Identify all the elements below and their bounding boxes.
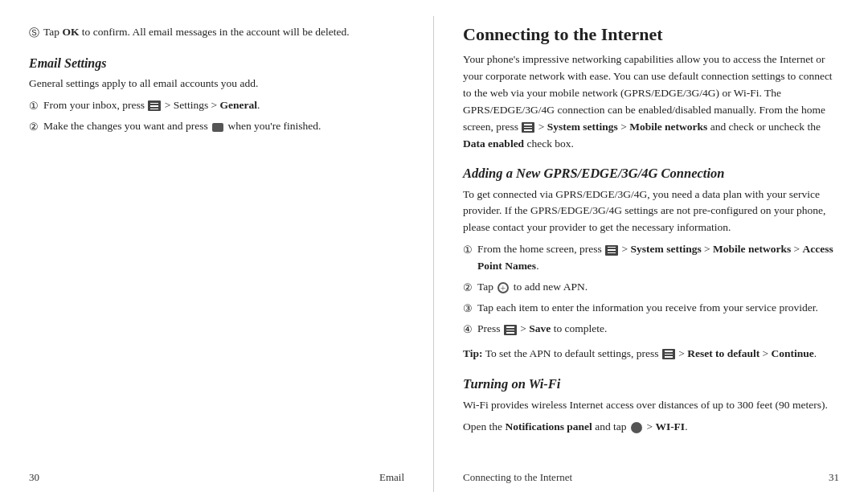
left-footer-section: Email [379,471,404,484]
intro-bullet: Ⓢ Tap OK to confirm. All email messages … [29,24,404,41]
sub-step1-number: ① [463,241,477,258]
right-page-number: 31 [829,471,839,484]
wifi-desc: Wi-Fi provides wireless Internet access … [463,397,839,414]
left-page-number: 30 [29,471,39,484]
wifi-icon [631,422,642,433]
step1-number: ① [29,97,43,114]
step1-content: From your inbox, press > Settings > Gene… [43,97,404,114]
back-icon [212,123,223,132]
menu-icon-4 [504,325,517,335]
wifi-heading: Turning on Wi-Fi [463,376,839,392]
sub-step4-content: Press > Save to complete. [477,321,839,338]
menu-icon-5 [662,349,675,359]
sub-step4-number: ④ [463,321,477,338]
step1: ① From your inbox, press > Settings > Ge… [29,97,404,114]
add-icon [497,282,509,293]
step2: ② Make the changes you want and press wh… [29,118,404,135]
gprs-heading: Adding a New GPRS/EDGE/3G/4G Connection [463,166,839,182]
right-column: Connecting to the Internet Your phone's … [434,16,868,492]
sub-step2-number: ② [463,279,477,296]
step2-content: Make the changes you want and press when… [43,118,404,135]
sub-step3-number: ③ [463,300,477,317]
tip-text: Tip: To set the APN to default settings,… [463,346,839,363]
connecting-heading: Connecting to the Internet [463,24,839,45]
sub-step1-content: From the home screen, press > System set… [477,241,839,275]
email-settings-heading: Email Settings [29,56,404,71]
intro-paragraph: Your phone's impressive networking capab… [463,51,839,153]
menu-icon-2 [522,122,534,133]
sub-step4: ④ Press > Save to complete. [463,321,839,338]
menu-icon-3 [605,245,618,256]
right-footer: Connecting to the Internet 31 [434,471,868,484]
gprs-desc: To get connected via GPRS/EDGE/3G/4G, yo… [463,187,839,237]
sub-step2: ② Tap to add new APN. [463,279,839,296]
sub-step1: ① From the home screen, press > System s… [463,241,839,275]
email-settings-desc: General settings apply to all email acco… [29,76,404,92]
left-column: Ⓢ Tap OK to confirm. All email messages … [0,16,434,492]
left-footer: 30 Email [0,471,433,484]
menu-icon-1 [148,100,161,111]
sub-step3-content: Tap each item to enter the information y… [477,300,839,317]
circle-bullet-left: Ⓢ [29,24,43,41]
sub-step3: ③ Tap each item to enter the information… [463,300,839,317]
wifi-open: Open the Notifications panel and tap > W… [463,419,839,436]
sub-step2-content: Tap to add new APN. [477,279,839,296]
right-footer-section: Connecting to the Internet [463,471,572,484]
step2-number: ② [29,118,43,135]
intro-text: Tap OK to confirm. All email messages in… [43,24,404,41]
